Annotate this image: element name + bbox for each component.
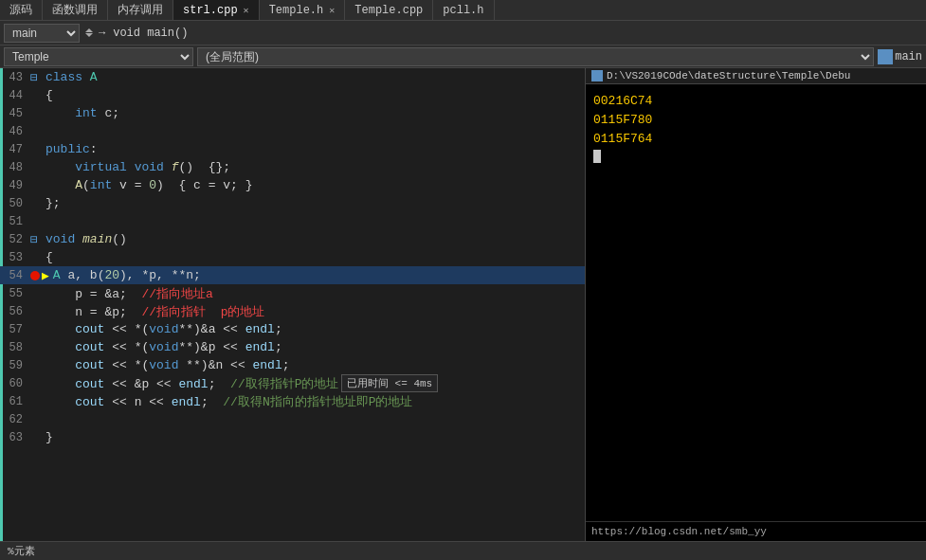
status-percent: % xyxy=(8,546,14,557)
debug-arrow-icon: ▶ xyxy=(42,268,49,283)
status-label: 元素 xyxy=(14,544,35,558)
code-content: } xyxy=(42,430,53,444)
line-number: 56 xyxy=(4,305,30,318)
cursor xyxy=(593,150,601,163)
breakpoint-icon[interactable] xyxy=(30,271,40,280)
line-number: 46 xyxy=(4,125,30,138)
table-row: 61 cout << n << endl; //取得N指向的指针地址即P的地址 xyxy=(0,392,585,410)
global-select[interactable]: (全局范围) xyxy=(197,47,874,66)
tab-source[interactable]: 源码 xyxy=(0,0,43,20)
code-content: cout << &p << endl; //取得指针P的地址 xyxy=(42,375,338,392)
code-content: }; xyxy=(42,196,61,210)
line-number: 61 xyxy=(4,395,30,408)
table-row: 58 cout << *(void**)&p << endl; xyxy=(0,338,585,356)
line-number: 47 xyxy=(4,143,30,156)
main-area: 43 ⊟ class A 44 { 45 int c; 46 xyxy=(0,68,926,541)
table-row: 56 n = &p; //指向指针 p的地址 xyxy=(0,302,585,320)
tab-temple-h[interactable]: Temple.h ✕ xyxy=(260,0,346,20)
table-row: 46 xyxy=(0,122,585,140)
tab-pcll[interactable]: pcll.h xyxy=(433,0,494,20)
table-row: 49 A(int v = 0) { c = v; } xyxy=(0,176,585,194)
table-row: 43 ⊟ class A xyxy=(0,68,585,86)
close-icon[interactable]: ✕ xyxy=(329,5,335,16)
output-title-text: D:\VS2019COde\dateStructure\Temple\Debu xyxy=(607,70,850,81)
table-row: 45 int c; xyxy=(0,104,585,122)
table-row: 59 cout << *(void **)&n << endl; xyxy=(0,356,585,374)
tab-strl[interactable]: strl.cpp ✕ xyxy=(173,0,260,20)
table-row: 52 ⊟ void main() xyxy=(0,230,585,248)
step-arrows[interactable] xyxy=(85,28,93,37)
line-number: 60 xyxy=(4,377,30,390)
fold-icon[interactable]: ⊟ xyxy=(30,232,42,247)
line-number: 62 xyxy=(4,413,30,426)
line-number: 49 xyxy=(4,179,30,192)
func-signature: void main() xyxy=(113,27,188,40)
code-content: cout << n << endl; //取得N指向的指针地址即P的地址 xyxy=(42,393,413,410)
table-row: 60 cout << &p << endl; //取得指针P的地址 已用时间 <… xyxy=(0,374,585,392)
code-content: cout << *(void**)&p << endl; xyxy=(42,340,282,354)
tab-bar: 源码 函数调用 内存调用 strl.cpp ✕ Temple.h ✕ Templ… xyxy=(0,0,926,21)
fold-icon[interactable]: ⊟ xyxy=(30,70,42,85)
output-url: https://blog.csdn.net/smb_yy xyxy=(586,521,926,541)
arrow-icon: → xyxy=(99,27,105,40)
line-number: 45 xyxy=(4,107,30,120)
table-row: 48 virtual void f() {}; xyxy=(0,158,585,176)
line-number: 55 xyxy=(4,287,30,300)
app-container: 源码 函数调用 内存调用 strl.cpp ✕ Temple.h ✕ Templ… xyxy=(0,0,926,560)
output-line-1: 00216C74 xyxy=(593,92,918,111)
code-content: A(int v = 0) { c = v; } xyxy=(42,178,253,192)
table-row: 53 { xyxy=(0,248,585,266)
table-row: 55 p = &a; //指向地址a xyxy=(0,284,585,302)
line-number: 53 xyxy=(4,251,30,264)
status-bar: % 元素 xyxy=(0,541,926,560)
tooltip-timing: 已用时间 <= 4ms xyxy=(341,374,438,392)
line-number: 44 xyxy=(4,89,30,102)
toolbar-row1: main → void main() xyxy=(0,21,926,45)
line-number: 58 xyxy=(4,341,30,354)
code-content: cout << *(void**)&a << endl; xyxy=(42,322,282,336)
line-number: 52 xyxy=(4,233,30,246)
code-content: cout << *(void **)&n << endl; xyxy=(42,358,290,372)
table-row: 62 xyxy=(0,410,585,428)
table-row: 51 xyxy=(0,212,585,230)
scope-select[interactable]: Temple xyxy=(4,47,193,66)
tab-temple-cpp[interactable]: Temple.cpp xyxy=(345,0,433,20)
output-line-2: 0115F780 xyxy=(593,111,918,130)
code-content: int c; xyxy=(42,106,119,120)
table-row: 57 cout << *(void**)&a << endl; xyxy=(0,320,585,338)
tab-mem[interactable]: 内存调用 xyxy=(108,0,173,20)
code-editor[interactable]: 43 ⊟ class A 44 { 45 int c; 46 xyxy=(0,68,585,541)
line-number: 43 xyxy=(4,71,30,84)
output-content[interactable]: 00216C74 0115F780 0115F764 xyxy=(586,84,926,521)
line-number: 50 xyxy=(4,197,30,210)
table-row: 47 public: xyxy=(0,140,585,158)
code-content: { xyxy=(42,88,53,102)
line-number: 59 xyxy=(4,359,30,372)
output-title-icon xyxy=(591,70,603,81)
function-select[interactable]: main xyxy=(4,24,80,43)
toolbar-row2: Temple (全局范围) main xyxy=(0,45,926,68)
line-number: 57 xyxy=(4,323,30,336)
table-row: 63 } xyxy=(0,428,585,446)
code-content: virtual void f() {}; xyxy=(42,160,230,174)
context-label: main xyxy=(895,50,922,63)
output-panel: D:\VS2019COde\dateStructure\Temple\Debu … xyxy=(585,68,926,541)
code-content: p = &a; //指向地址a xyxy=(42,285,213,302)
table-row: 50 }; xyxy=(0,194,585,212)
code-content: class A xyxy=(42,70,98,84)
code-content: public: xyxy=(42,142,98,156)
code-content: { xyxy=(42,250,53,264)
output-title-bar: D:\VS2019COde\dateStructure\Temple\Debu xyxy=(586,68,926,84)
table-row: 44 { xyxy=(0,86,585,104)
line-number: 51 xyxy=(4,215,30,228)
line-number: 54 xyxy=(4,269,30,282)
context-icon xyxy=(878,49,893,64)
code-content: A a, b(20), *p, **n; xyxy=(49,268,201,282)
output-line-3: 0115F764 xyxy=(593,130,918,149)
line-number: 48 xyxy=(4,161,30,174)
close-icon[interactable]: ✕ xyxy=(244,5,249,16)
code-content: void main() xyxy=(42,232,127,246)
line-number: 63 xyxy=(4,431,30,444)
tab-call[interactable]: 函数调用 xyxy=(43,0,108,20)
table-row: 54 ▶ A a, b(20), *p, **n; xyxy=(0,266,585,284)
